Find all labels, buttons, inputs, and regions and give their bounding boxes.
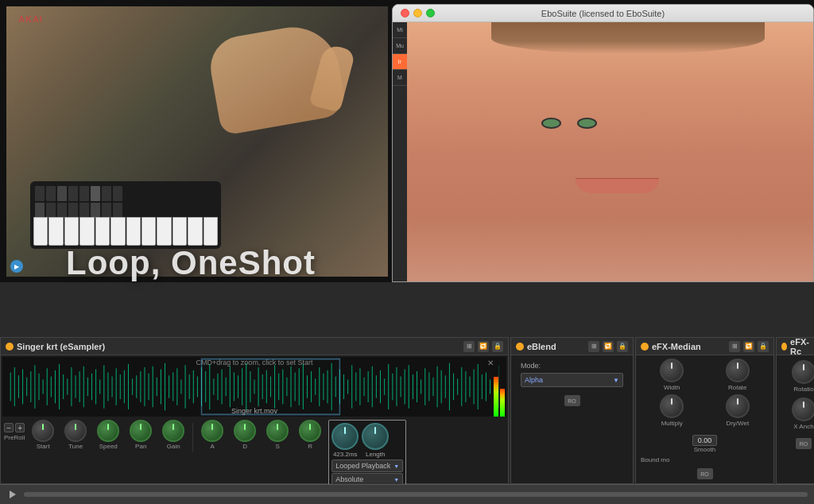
esampler-icon1[interactable]: ⊞ — [463, 341, 475, 352]
knob-start: Start — [28, 420, 58, 452]
efx-median-icon1[interactable]: ⊞ — [729, 341, 740, 352]
eblend-header: eBlend ⊞ 🔁 🔒 — [511, 338, 633, 355]
esampler-title: Singer krt (eSampler) — [17, 342, 105, 351]
transport-bar — [0, 484, 814, 504]
efx-median-header: eFX-Median ⊞ 🔁 🔒 — [636, 338, 773, 355]
efx-median-icons: ⊞ 🔁 🔒 — [729, 341, 769, 352]
window-controls — [401, 9, 435, 17]
window-minimize-btn[interactable] — [413, 9, 422, 17]
waveform-area[interactable]: CMD+drag to zoom, click to set Start ✕ — [2, 357, 506, 417]
main-container: AKAI ▶ EboSuite (licensed to EboSuite) — [0, 0, 814, 504]
esampler-dot — [6, 343, 14, 351]
video-area: AKAI ▶ EboSuite (licensed to EboSuite) — [0, 0, 814, 282]
efx-rc-header: eFX-Rc ⊞ — [777, 338, 814, 355]
smooth-label: Smooth — [638, 446, 772, 453]
preroll-label: PreRoll — [4, 434, 25, 441]
efx-rc-xanch-knob[interactable] — [792, 397, 814, 421]
pan-knob[interactable] — [130, 420, 152, 442]
efx-median-dot — [641, 343, 649, 351]
looped-playback-dropdown[interactable]: Looped Playback ▼ — [331, 459, 403, 472]
esampler-header: Singer krt (eSampler) ⊞ 🔁 🔒 — [1, 338, 508, 355]
plugin-area: Singer krt (eSampler) ⊞ 🔁 🔒 CMD+drag to … — [0, 337, 814, 484]
eblend-ro-btn[interactable]: RO — [564, 395, 580, 406]
loop-length-knob[interactable] — [362, 423, 389, 450]
ebosuite-sidebar: Mi Mu Ir M — [393, 22, 407, 281]
eblend-dot — [516, 343, 524, 351]
efx-rc-rotation-knob[interactable] — [792, 360, 814, 384]
sidebar-mini-4[interactable]: M — [393, 70, 407, 86]
speed-knob[interactable] — [97, 420, 119, 442]
filename-label: Singer krt.mov — [231, 407, 277, 415]
knob-r: R — [295, 420, 325, 452]
plus-btn[interactable]: + — [15, 423, 25, 432]
window-maximize-btn[interactable] — [426, 9, 435, 17]
efx-rc-rotation-group: Rotatio — [781, 360, 814, 393]
eblend-icon3[interactable]: 🔒 — [617, 341, 628, 352]
knob-speed: Speed — [93, 420, 123, 452]
efx-rotate-knob[interactable] — [726, 359, 750, 382]
efx-median-footer: RO — [636, 465, 773, 483]
absolute-label: Absolute — [335, 475, 363, 483]
knob-a: A — [197, 420, 227, 452]
sidebar-mini-2[interactable]: Mu — [393, 38, 407, 54]
eblend-mode-dropdown[interactable]: Alpha ▼ — [521, 373, 623, 387]
tune-knob[interactable] — [64, 420, 87, 442]
esampler-icon3[interactable]: 🔒 — [492, 341, 503, 352]
loop-section: 423.2ms Length Looped Playback ▼ — [328, 420, 406, 489]
looped-playback-arrow: ▼ — [393, 463, 399, 469]
efx-multiply-knob[interactable] — [660, 394, 684, 418]
eblend-title: eBlend — [527, 342, 556, 351]
tune-label: Tune — [68, 443, 83, 450]
efx-rc-xanch-label: X Anch — [793, 423, 813, 430]
s-label: S — [276, 443, 280, 450]
knob-pan: Pan — [126, 420, 156, 452]
efx-drywet-knob[interactable] — [726, 394, 750, 418]
efx-median-title: eFX-Median — [652, 342, 701, 351]
gain-label: Gain — [167, 443, 180, 450]
loop-length-label: Length — [366, 451, 385, 458]
woman-face-video — [407, 22, 813, 281]
sidebar-mini-1[interactable]: Mi — [393, 22, 407, 38]
eblend-icon2[interactable]: 🔁 — [603, 341, 614, 352]
efx-median-knobs: Width Rotate Multiply Dry/Wet — [636, 355, 773, 430]
minus-btn[interactable]: − — [4, 423, 14, 432]
efx-multiply-group: Multiply — [641, 394, 704, 427]
sidebar-mini-3[interactable]: Ir — [393, 54, 407, 70]
window-title: EboSuite (licensed to EboSuite) — [541, 9, 665, 18]
gain-knob[interactable] — [162, 420, 184, 442]
efx-width-knob[interactable] — [660, 359, 684, 382]
loop-knobs-row: 423.2ms Length — [331, 423, 403, 458]
efx-median-icon3[interactable]: 🔒 — [758, 341, 769, 352]
preroll-group: − + PreRoll — [4, 423, 25, 441]
loop-time-value: 423.2ms — [333, 451, 358, 458]
a-knob[interactable] — [201, 420, 223, 442]
transport-play-btn[interactable] — [6, 488, 19, 501]
bound-mo-label: Bound mo — [636, 455, 773, 465]
loop-time-knob-group: 423.2ms — [331, 423, 359, 458]
knob-gain: Gain — [158, 420, 188, 452]
play-icon — [10, 490, 16, 498]
eblend-plugin: eBlend ⊞ 🔁 🔒 Mode: Alpha ▼ RO — [510, 337, 634, 484]
video-right-container: EboSuite (licensed to EboSuite) Mi Mu Ir… — [392, 0, 814, 282]
loop-time-knob[interactable] — [331, 423, 359, 450]
start-knob[interactable] — [32, 420, 54, 442]
eblend-icon1[interactable]: ⊞ — [588, 341, 599, 352]
efx-width-label: Width — [664, 384, 680, 391]
knob-tune: Tune — [60, 420, 91, 452]
window-close-btn[interactable] — [401, 9, 409, 17]
efx-median-icon2[interactable]: 🔁 — [743, 341, 754, 352]
d-knob[interactable] — [234, 420, 256, 442]
s-knob[interactable] — [266, 420, 289, 442]
efx-drywet-group: Dry/Wet — [707, 394, 769, 427]
efx-rc-ro-btn[interactable]: RO — [796, 438, 812, 449]
efx-median-ro-btn[interactable]: RO — [697, 468, 713, 479]
esampler-icon2[interactable]: 🔁 — [478, 341, 489, 352]
pan-label: Pan — [135, 443, 146, 450]
r-label: R — [308, 443, 312, 450]
efx-width-group: Width — [641, 359, 704, 391]
vu-meter-left — [494, 359, 498, 417]
eblend-content: Mode: Alpha ▼ — [511, 355, 633, 392]
efx-rc-dot — [781, 343, 787, 351]
r-knob[interactable] — [299, 420, 321, 442]
transport-timeline[interactable] — [24, 492, 808, 497]
